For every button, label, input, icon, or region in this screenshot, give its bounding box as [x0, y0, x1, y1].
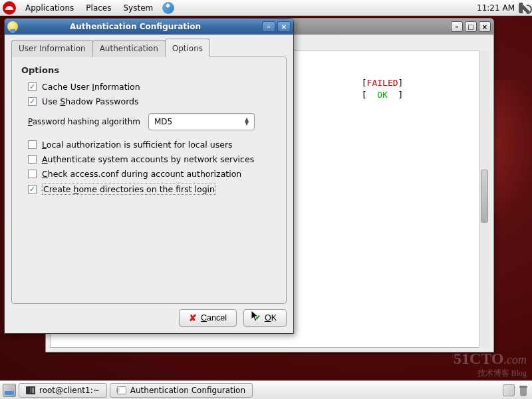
option-local-auth[interactable]: Local authorization is sufficient for lo…	[21, 140, 277, 150]
volume-icon[interactable]	[519, 3, 529, 13]
checkbox-local[interactable]	[28, 140, 37, 149]
taskbar-label: Authentication Configuration	[130, 386, 245, 395]
ok-button[interactable]: ✔ OK	[243, 309, 287, 327]
hash-algo-value: MD5	[154, 117, 172, 126]
term-status-failed: FAILED	[367, 78, 398, 88]
terminal-scrollbar[interactable]	[479, 51, 489, 348]
terminal-close-button[interactable]: ×	[479, 21, 491, 32]
checkbox-shadow[interactable]	[28, 97, 37, 106]
section-header: Options	[21, 65, 277, 75]
taskbar-authconfig[interactable]: Authentication Configuration	[110, 383, 253, 398]
tab-options[interactable]: Options	[165, 39, 210, 57]
option-shadow-passwords[interactable]: Use Shadow Passwords	[21, 96, 277, 106]
watermark: 51CTO.com 技术博客 Blog	[454, 350, 527, 379]
dialog-minimize-button[interactable]: –	[262, 21, 275, 32]
ok-label: OK	[265, 313, 277, 323]
taskbar-label: root@client1:~	[39, 386, 100, 395]
label-cache: Cache User Information	[42, 82, 140, 92]
tab-bar: User Information Authentication Options	[11, 40, 287, 57]
checkbox-cache[interactable]	[28, 82, 37, 91]
cancel-icon: ✘	[189, 313, 197, 323]
checkbox-homedir[interactable]	[28, 185, 37, 194]
dialog-close-button[interactable]: ×	[277, 21, 291, 32]
checkbox-network[interactable]	[28, 155, 37, 164]
top-panel: Applications Places System 11:21 AM	[0, 0, 532, 16]
taskbar-terminal[interactable]: root@client1:~	[19, 383, 107, 398]
label-local: Local authorization is sufficient for lo…	[42, 140, 233, 150]
terminal-minimize-button[interactable]: –	[451, 21, 463, 32]
scrollbar-thumb[interactable]	[481, 170, 488, 223]
trash-icon[interactable]	[517, 384, 529, 396]
term-status-ok: OK	[377, 90, 388, 100]
tab-user-information[interactable]: User Information	[11, 40, 93, 57]
menu-places[interactable]: Places	[80, 1, 116, 15]
terminal-icon	[26, 386, 35, 394]
cancel-label: Cancel	[201, 313, 227, 323]
options-panel: Options Cache User Information Use Shado…	[11, 57, 287, 304]
dialog-icon	[7, 21, 18, 32]
spin-buttons[interactable]: ▲ ▼	[242, 118, 251, 126]
workspace-switcher[interactable]	[503, 384, 515, 396]
dialog-title: Authentication Configuration	[22, 22, 262, 31]
cancel-button[interactable]: ✘ Cancel	[179, 309, 237, 327]
option-create-homedir[interactable]: Create home directories on the first log…	[21, 184, 277, 195]
chevron-down-icon[interactable]: ▼	[242, 122, 251, 126]
hash-algo-select[interactable]: MD5 ▲ ▼	[148, 113, 255, 130]
label-network: Authenticate system accounts by network …	[42, 154, 254, 164]
show-desktop-button[interactable]	[3, 384, 16, 397]
option-check-access[interactable]: Check access.conf during account authori…	[21, 169, 277, 179]
browser-launcher-icon[interactable]	[162, 2, 174, 14]
tab-authentication[interactable]: Authentication	[92, 40, 166, 57]
menu-system[interactable]: System	[118, 1, 158, 15]
window-icon	[117, 386, 126, 394]
clock[interactable]: 11:21 AM	[477, 3, 515, 13]
label-hash-algo: Password hashing algorithm	[28, 117, 140, 126]
bottom-panel: root@client1:~ Authentication Configurat…	[0, 380, 532, 399]
label-access: Check access.conf during account authori…	[42, 169, 241, 179]
password-hashing-row: Password hashing algorithm MD5 ▲ ▼	[21, 113, 277, 130]
dialog-footer: ✘ Cancel ✔ OK	[11, 304, 287, 327]
option-cache-user-info[interactable]: Cache User Information	[21, 82, 277, 92]
menu-applications[interactable]: Applications	[20, 1, 79, 15]
checkbox-access[interactable]	[28, 170, 37, 178]
ok-icon: ✔	[253, 313, 261, 323]
distro-logo-icon[interactable]	[3, 1, 16, 15]
label-homedir: Create home directories on the first log…	[42, 184, 216, 195]
option-auth-network[interactable]: Authenticate system accounts by network …	[21, 154, 277, 164]
dialog-titlebar[interactable]: Authentication Configuration – ×	[5, 19, 293, 35]
auth-config-dialog: Authentication Configuration – × User In…	[4, 18, 294, 334]
terminal-maximize-button[interactable]: □	[465, 21, 477, 32]
label-shadow: Use Shadow Passwords	[42, 96, 139, 106]
